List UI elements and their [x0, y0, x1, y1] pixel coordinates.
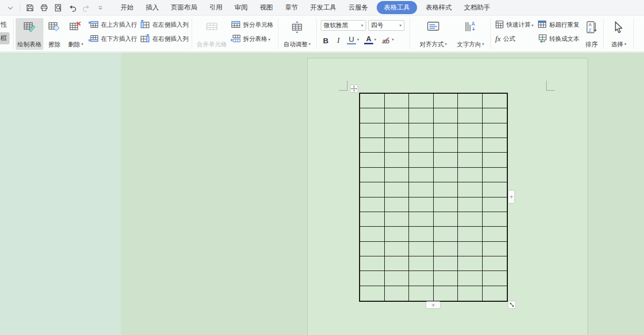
- print-preview-icon[interactable]: [53, 3, 63, 13]
- table-cell[interactable]: [458, 286, 483, 301]
- table-cell[interactable]: [434, 242, 458, 256]
- table-cell[interactable]: [360, 168, 385, 182]
- table-cell[interactable]: [434, 138, 458, 153]
- table-cell[interactable]: [458, 153, 483, 167]
- table-cell[interactable]: [360, 153, 385, 167]
- font-family-select[interactable]: 微软雅黑 ▾: [321, 20, 366, 31]
- table-cell[interactable]: [409, 286, 434, 301]
- table-cell[interactable]: [434, 286, 458, 301]
- table-cell[interactable]: [434, 108, 458, 123]
- menu-item-2[interactable]: 页面布局: [165, 1, 203, 14]
- table-cell[interactable]: [434, 256, 458, 271]
- table-cell[interactable]: [434, 182, 458, 197]
- menu-item-1[interactable]: 插入: [140, 1, 165, 14]
- table-resize-handle[interactable]: [508, 301, 516, 309]
- alignment-button[interactable]: 对齐方式▾: [416, 18, 451, 50]
- table-cell[interactable]: [409, 256, 434, 271]
- table-cell[interactable]: [434, 212, 458, 227]
- table-cell[interactable]: [483, 153, 507, 167]
- table-cell[interactable]: [360, 286, 385, 301]
- table-cell[interactable]: [409, 197, 434, 212]
- table-cell[interactable]: [409, 242, 434, 256]
- table-cell[interactable]: [385, 227, 409, 241]
- table-cell[interactable]: [360, 212, 385, 227]
- table-cell[interactable]: [434, 271, 458, 286]
- table-cell[interactable]: [483, 138, 507, 153]
- font-color-button[interactable]: A: [364, 36, 373, 44]
- table-cell[interactable]: [458, 256, 483, 271]
- menu-item-0[interactable]: 开始: [114, 1, 140, 14]
- auto-fit-button[interactable]: 自动调整▾: [281, 18, 313, 50]
- erase-button[interactable]: 擦除: [45, 18, 64, 50]
- table-cell[interactable]: [360, 242, 385, 256]
- table-cell[interactable]: [360, 256, 385, 271]
- dropdown-arrow-icon[interactable]: ▾: [374, 38, 376, 42]
- table-cell[interactable]: [458, 182, 483, 197]
- document-table[interactable]: [359, 93, 508, 302]
- table-cell[interactable]: [458, 94, 483, 108]
- table-cell[interactable]: [409, 153, 434, 167]
- menu-item-8[interactable]: 云服务: [342, 1, 374, 14]
- table-cell[interactable]: [409, 212, 434, 227]
- table-cell[interactable]: [385, 94, 409, 108]
- menu-item-3[interactable]: 引用: [203, 1, 228, 14]
- table-cell[interactable]: [434, 123, 458, 138]
- header-repeat-button[interactable]: 标题行重复: [538, 20, 579, 30]
- table-cell[interactable]: [409, 227, 434, 241]
- table-cell[interactable]: [385, 182, 409, 197]
- table-cell[interactable]: [360, 123, 385, 138]
- redo-icon[interactable]: [81, 3, 91, 13]
- delete-button[interactable]: 删除▾: [65, 18, 87, 50]
- menu-item-11[interactable]: 文档助手: [458, 1, 496, 14]
- table-cell[interactable]: [483, 286, 507, 301]
- select-button[interactable]: 选择▾: [607, 18, 631, 50]
- add-row-button[interactable]: +: [426, 301, 441, 309]
- collapse-chevron-icon[interactable]: [5, 3, 15, 13]
- table-cell[interactable]: [458, 212, 483, 227]
- print-icon[interactable]: [39, 3, 49, 13]
- table-cell[interactable]: [458, 138, 483, 153]
- table-cell[interactable]: [385, 153, 409, 167]
- customize-toolbar-icon[interactable]: [95, 3, 105, 13]
- table-properties-partial-button[interactable]: 性: [0, 19, 10, 31]
- convert-to-text-button[interactable]: 转换成文本: [538, 34, 579, 44]
- dropdown-arrow-icon[interactable]: ▾: [357, 38, 359, 42]
- table-cell[interactable]: [458, 197, 483, 212]
- table-move-handle[interactable]: [350, 85, 358, 93]
- table-cell[interactable]: [360, 197, 385, 212]
- table-cell[interactable]: [409, 108, 434, 123]
- table-cell[interactable]: [360, 108, 385, 123]
- table-cell[interactable]: [434, 94, 458, 108]
- text-direction-button[interactable]: A 文字方向▾: [452, 18, 489, 50]
- table-cell[interactable]: [483, 256, 507, 271]
- split-cells-button[interactable]: 拆分单元格: [231, 20, 273, 30]
- character-shading-button[interactable]: ab: [381, 35, 391, 45]
- table-cell[interactable]: [385, 242, 409, 256]
- borders-partial-button[interactable]: 框: [0, 32, 10, 44]
- table-cell[interactable]: [409, 123, 434, 138]
- table-cell[interactable]: [409, 138, 434, 153]
- underline-button[interactable]: U: [347, 35, 356, 44]
- table-cell[interactable]: [385, 123, 409, 138]
- table-cell[interactable]: [434, 153, 458, 167]
- table-cell[interactable]: [434, 168, 458, 182]
- menu-item-9[interactable]: 表格工具: [377, 1, 417, 14]
- table-cell[interactable]: [385, 271, 409, 286]
- split-table-button[interactable]: 拆分表格▾: [231, 34, 273, 44]
- table-cell[interactable]: [385, 256, 409, 271]
- insert-row-below-button[interactable]: 在下方插入行: [89, 34, 137, 44]
- table-cell[interactable]: [483, 242, 507, 256]
- bold-button[interactable]: B: [321, 35, 330, 45]
- font-size-select[interactable]: 四号 ▾: [368, 20, 404, 31]
- insert-col-right-button[interactable]: 在右侧插入列: [140, 34, 189, 44]
- table-cell[interactable]: [409, 168, 434, 182]
- table-cell[interactable]: [360, 271, 385, 286]
- table-cell[interactable]: [385, 108, 409, 123]
- table-cell[interactable]: [458, 227, 483, 241]
- draw-table-button[interactable]: 绘制表格: [16, 18, 43, 50]
- menu-item-4[interactable]: 审阅: [228, 1, 254, 14]
- table-cell[interactable]: [483, 271, 507, 286]
- table-cell[interactable]: [483, 227, 507, 241]
- table-cell[interactable]: [483, 108, 507, 123]
- table-cell[interactable]: [483, 123, 507, 138]
